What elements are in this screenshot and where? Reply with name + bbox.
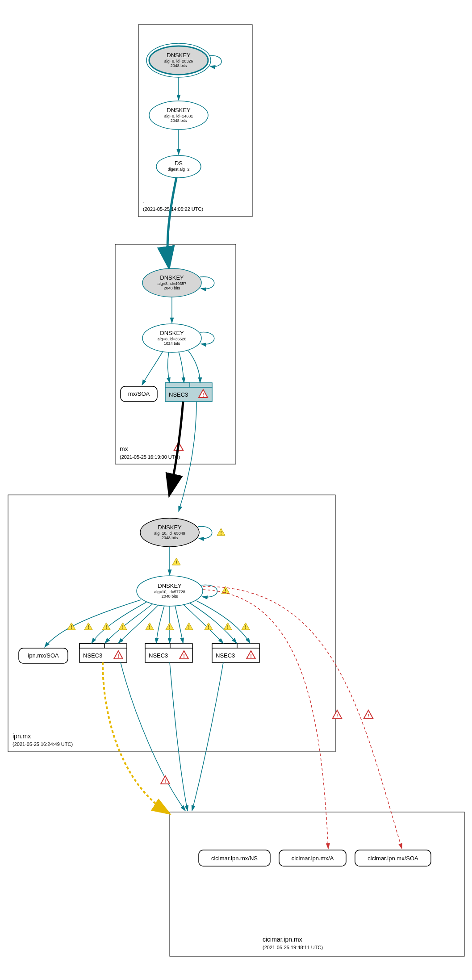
rr-ipn-soa[interactable]: ipn.mx/SOA bbox=[19, 648, 68, 663]
nsec3-mx[interactable]: NSEC3 bbox=[165, 383, 212, 402]
warning-icon bbox=[84, 623, 92, 630]
svg-text:2048 bits: 2048 bits bbox=[171, 63, 187, 68]
rr-mx-soa[interactable]: mx/SOA bbox=[121, 386, 157, 402]
edge-red-a bbox=[203, 590, 328, 849]
zone-cicimar-box bbox=[170, 812, 464, 956]
svg-text:DNSKEY: DNSKEY bbox=[160, 330, 184, 336]
svg-text:DNSKEY: DNSKEY bbox=[167, 107, 191, 113]
svg-text:1024 bits: 1024 bits bbox=[164, 341, 180, 346]
dnskey-root-zsk[interactable]: DNSKEY alg=8, id=14631 2048 bits bbox=[149, 101, 208, 130]
edge-mx-zsk-self bbox=[200, 332, 214, 344]
warning-icon bbox=[166, 623, 174, 630]
edge-ds-to-mx bbox=[167, 178, 176, 266]
warning-icon bbox=[185, 623, 193, 630]
svg-rect-43 bbox=[145, 644, 170, 648]
nsec3-ipn-2[interactable]: NSEC3 bbox=[145, 644, 192, 662]
edge-yellow-dash bbox=[103, 662, 168, 813]
svg-text:alg=8, id=20326: alg=8, id=20326 bbox=[164, 59, 193, 63]
warning-icon bbox=[119, 623, 127, 630]
svg-point-11 bbox=[156, 155, 201, 178]
e-n3b bbox=[190, 603, 237, 643]
error-icon bbox=[161, 776, 170, 784]
e-n1c bbox=[118, 605, 159, 643]
edge-mx-zsk-nsec-m bbox=[179, 352, 184, 383]
warning-icon bbox=[146, 623, 154, 630]
svg-text:2048 bits: 2048 bits bbox=[164, 286, 180, 290]
svg-text:DNSKEY: DNSKEY bbox=[160, 274, 184, 281]
svg-text:cicimar.ipn.mx/NS: cicimar.ipn.mx/NS bbox=[211, 855, 258, 862]
edge-ipn-ksk-self bbox=[198, 527, 212, 539]
e-nsec-cic-3 bbox=[192, 662, 223, 811]
rr-cicimar-ns[interactable]: cicimar.ipn.mx/NS bbox=[199, 850, 270, 866]
dnskey-ipn-ksk[interactable]: DNSKEY alg=10, id=65049 2048 bits bbox=[140, 518, 199, 547]
svg-text:NSEC3: NSEC3 bbox=[216, 652, 235, 659]
e-n2a bbox=[156, 606, 164, 643]
e-n3c bbox=[196, 601, 250, 643]
nsec3-ipn-1[interactable]: NSEC3 bbox=[79, 644, 127, 662]
zone-ipn-ts: (2021-05-25 16:24:49 UTC) bbox=[13, 741, 73, 747]
svg-text:ipn.mx/SOA: ipn.mx/SOA bbox=[28, 652, 59, 659]
warning-icon bbox=[102, 623, 110, 630]
svg-text:alg=8, id=36526: alg=8, id=36526 bbox=[158, 337, 187, 341]
warning-icon bbox=[67, 623, 75, 630]
dnskey-mx-ksk[interactable]: DNSKEY alg=8, id=49357 2048 bits bbox=[142, 268, 201, 297]
warning-icon bbox=[217, 528, 225, 536]
ds-root[interactable]: DS digest alg=2 bbox=[156, 155, 201, 178]
e-n2c bbox=[175, 606, 183, 643]
zone-ipn-label: ipn.mx bbox=[13, 733, 31, 740]
svg-text:alg=10, id=57728: alg=10, id=57728 bbox=[154, 590, 185, 594]
dnskey-ipn-zsk[interactable]: DNSKEY alg=10, id=57728 2048 bits bbox=[137, 576, 203, 606]
rr-cicimar-soa[interactable]: cicimar.ipn.mx/SOA bbox=[355, 850, 431, 866]
svg-rect-25 bbox=[165, 383, 190, 387]
svg-text:DNSKEY: DNSKEY bbox=[158, 582, 182, 589]
error-icon bbox=[333, 710, 342, 718]
edge-mx-zsk-nsec-l bbox=[168, 352, 170, 383]
svg-text:2048 bits: 2048 bits bbox=[162, 594, 178, 599]
svg-text:NSEC3: NSEC3 bbox=[169, 391, 188, 398]
svg-rect-39 bbox=[79, 644, 104, 648]
svg-text:NSEC3: NSEC3 bbox=[83, 652, 102, 659]
svg-text:alg=10, id=65049: alg=10, id=65049 bbox=[154, 531, 185, 536]
edge-mx-zsk-soa bbox=[142, 351, 163, 385]
svg-text:DNSKEY: DNSKEY bbox=[158, 524, 182, 531]
zone-cicimar-ts: (2021-05-25 19:48:11 UTC) bbox=[263, 945, 323, 950]
dnskey-mx-zsk[interactable]: DNSKEY alg=8, id=36526 1024 bits bbox=[142, 324, 201, 352]
zone-cicimar-label: cicimar.ipn.mx bbox=[263, 936, 302, 943]
svg-text:2048 bits: 2048 bits bbox=[162, 536, 178, 540]
svg-text:alg=8, id=14631: alg=8, id=14631 bbox=[164, 114, 193, 118]
svg-text:alg=8, id=49357: alg=8, id=49357 bbox=[158, 281, 187, 286]
svg-text:DS: DS bbox=[175, 160, 183, 167]
warning-icon bbox=[172, 558, 180, 565]
zone-mx-label: mx bbox=[120, 445, 128, 452]
svg-text:NSEC3: NSEC3 bbox=[149, 652, 168, 659]
e-n1a bbox=[92, 602, 146, 643]
edge-mx-zsk-nsec-r bbox=[188, 350, 200, 383]
e-nsec-cic-1 bbox=[121, 662, 185, 811]
error-icon bbox=[364, 710, 373, 718]
svg-text:cicimar.ipn.mx/A: cicimar.ipn.mx/A bbox=[292, 855, 334, 862]
warning-icon bbox=[224, 623, 232, 630]
e-nsec-cic-2 bbox=[170, 662, 188, 811]
zone-root-label: . bbox=[143, 197, 145, 205]
dnskey-root-ksk[interactable]: DNSKEY alg=8, id=20326 2048 bits bbox=[146, 43, 211, 77]
svg-text:mx/SOA: mx/SOA bbox=[128, 390, 150, 397]
nsec3-ipn-3[interactable]: NSEC3 bbox=[212, 644, 259, 662]
svg-rect-47 bbox=[212, 644, 237, 648]
svg-text:2048 bits: 2048 bits bbox=[171, 118, 187, 123]
zone-mx-ts: (2021-05-25 16:19:00 UTC) bbox=[120, 454, 180, 460]
zone-root-ts: (2021-05-25 14:05:22 UTC) bbox=[143, 206, 203, 212]
svg-text:digest alg=2: digest alg=2 bbox=[168, 167, 190, 172]
svg-text:DNSKEY: DNSKEY bbox=[167, 52, 191, 59]
rr-cicimar-a[interactable]: cicimar.ipn.mx/A bbox=[279, 850, 346, 866]
edge-mx-ksk-self bbox=[200, 277, 214, 289]
svg-text:cicimar.ipn.mx/SOA: cicimar.ipn.mx/SOA bbox=[368, 855, 418, 862]
warning-icon bbox=[242, 623, 250, 630]
edge-ipn-soa bbox=[45, 600, 141, 647]
